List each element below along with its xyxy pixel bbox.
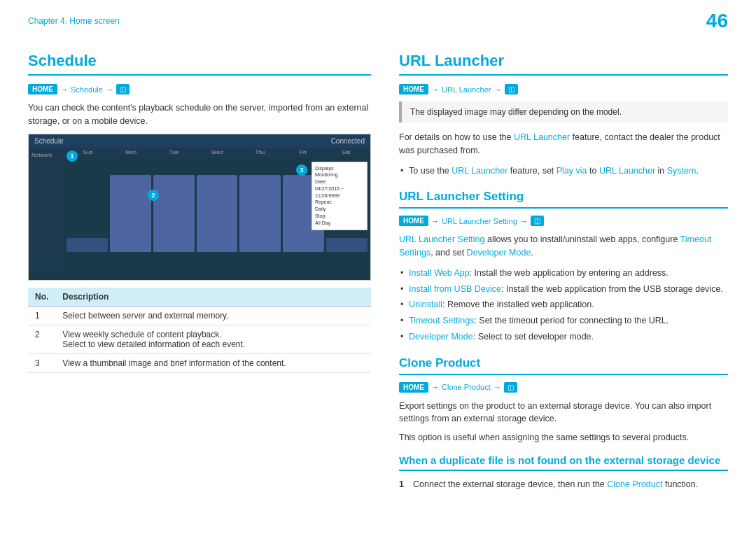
clone-product-body1: Export settings on the product to an ext… xyxy=(399,400,728,426)
schedule-arrow2: → xyxy=(106,85,113,94)
info-line-2: Monitoring xyxy=(315,171,364,178)
content-area: Schedule HOME → Schedule → ◫ You can che… xyxy=(0,38,756,510)
uninstall-link[interactable]: Uninstall xyxy=(409,300,442,309)
schedule-info-panel: Displays Monitoring Date: 04/27/2016 ~ 1… xyxy=(312,162,368,230)
bullet-install-web-app: Install Web App: Install the web applica… xyxy=(399,265,728,281)
play-via-link[interactable]: Play via xyxy=(556,166,587,176)
schedule-body: Network Sun Mon Tue Wed Thu Fri Sat xyxy=(29,148,370,267)
clone-product-breadcrumb-link[interactable]: Clone Product xyxy=(442,383,491,391)
url-launcher-setting-title: URL Launcher Setting xyxy=(399,190,728,209)
url-launcher-setting-breadcrumb: HOME → URL Launcher Setting → ◫ xyxy=(399,216,728,226)
clone-product-inline-link[interactable]: Clone Product xyxy=(607,479,662,489)
table-cell-desc-3: View a thumbnail image and brief informa… xyxy=(55,353,371,372)
schedule-topbar-right: Connected xyxy=(331,137,365,145)
duplicate-file-title: When a duplicate file is not found on th… xyxy=(399,454,728,471)
url-launcher-bullets: To use the URL Launcher feature, set Pla… xyxy=(399,163,728,179)
table-row: 1 Select between server and external mem… xyxy=(28,306,371,325)
clone-product-arrow2: → xyxy=(493,383,501,391)
developer-link[interactable]: Developer Mode xyxy=(409,332,473,342)
bullet-timeout: Timeout Settings: Set the timeout period… xyxy=(399,313,728,329)
url-launcher-breadcrumb-link[interactable]: URL Launcher xyxy=(442,85,491,94)
schedule-days: Sun Mon Tue Wed Thu Fri Sat xyxy=(64,148,370,157)
schedule-main: Sun Mon Tue Wed Thu Fri Sat 1 2 3 xyxy=(64,148,370,267)
bar-sat xyxy=(326,238,368,252)
chapter-label: Chapter 4. Home screen xyxy=(28,16,120,26)
bar-tue xyxy=(153,175,195,252)
info-line-9: All Day xyxy=(315,220,364,227)
duplicate-file-section: When a duplicate file is not found on th… xyxy=(399,454,728,491)
url-launcher-home-pill: HOME xyxy=(399,84,428,94)
install-web-app-link[interactable]: Install Web App xyxy=(409,268,470,278)
table-col-desc: Description xyxy=(55,288,371,307)
table-cell-desc-2: View weekly schedule of content playback… xyxy=(55,325,371,353)
url-launcher-arrow2: → xyxy=(494,85,502,94)
url-launcher-setting-link[interactable]: URL Launcher Setting xyxy=(399,234,485,244)
page-number: 46 xyxy=(706,10,728,32)
numbered-item-text: Connect the external storage device, the… xyxy=(413,478,698,491)
clone-product-title: Clone Product xyxy=(399,356,728,375)
schedule-arrow1: → xyxy=(60,85,68,94)
schedule-breadcrumb-link[interactable]: Schedule xyxy=(71,85,103,94)
bar-mon xyxy=(110,175,151,252)
url-launcher-arrow1: → xyxy=(431,85,439,94)
url-launcher-setting-breadcrumb-icon: ◫ xyxy=(531,216,544,226)
developer-mode-link[interactable]: Developer Mode xyxy=(467,248,531,258)
right-column: URL Launcher HOME → URL Launcher → ◫ The… xyxy=(399,52,728,496)
schedule-sidebar: Network xyxy=(29,148,64,267)
info-line-6: Repeat: xyxy=(315,199,364,206)
day-sat: Sat xyxy=(325,149,368,155)
bar-thu xyxy=(239,175,281,252)
schedule-body-text: You can check the content's playback sch… xyxy=(28,101,371,128)
bar-wed xyxy=(197,175,238,252)
url-launcher-setting-arrow2: → xyxy=(520,217,528,225)
left-column: Schedule HOME → Schedule → ◫ You can che… xyxy=(28,52,371,496)
day-thu: Thu xyxy=(239,149,281,155)
url-launcher-setting-breadcrumb-link[interactable]: URL Launcher Setting xyxy=(442,217,517,225)
bullet-developer: Developer Mode: Select to set developer … xyxy=(399,329,728,345)
url-launcher-title: URL Launcher xyxy=(399,52,728,76)
url-launcher-setting-bullets: Install Web App: Install the web applica… xyxy=(399,265,728,345)
url-launcher-setting-body: URL Launcher Setting allows you to insta… xyxy=(399,233,728,260)
day-fri: Fri xyxy=(281,149,324,155)
table-cell-no-1: 1 xyxy=(28,306,55,325)
bullet-uninstall: Uninstall: Remove the installed web appl… xyxy=(399,297,728,313)
schedule-table: No. Description 1 Select between server … xyxy=(28,288,371,373)
system-link[interactable]: System xyxy=(667,166,696,176)
url-launcher-setting-arrow1: → xyxy=(431,217,439,225)
install-usb-link[interactable]: Install from USB Device xyxy=(409,284,501,294)
clone-product-breadcrumb-icon: ◫ xyxy=(504,382,517,393)
clone-product-breadcrumb: HOME → Clone Product → ◫ xyxy=(399,382,728,393)
info-line-1: Displays xyxy=(315,165,364,172)
numbered-item-1: 1 Connect the external storage device, t… xyxy=(399,478,728,491)
schedule-topbar-left: Schedule xyxy=(34,137,64,145)
page-container: { "page": { "number": "46", "chapter_lab… xyxy=(0,0,756,534)
schedule-sidebar-network: Network xyxy=(31,150,61,160)
timeout-link[interactable]: Timeout Settings xyxy=(409,316,474,325)
schedule-image: Schedule Connected Network Sun Mon Tue W… xyxy=(28,134,371,281)
url-launcher-link2[interactable]: URL Launcher xyxy=(599,166,655,176)
url-launcher-body-link[interactable]: URL Launcher xyxy=(514,132,570,142)
day-tue: Tue xyxy=(153,149,195,155)
schedule-home-pill: HOME xyxy=(28,84,57,94)
table-row: 3 View a thumbnail image and brief infor… xyxy=(28,353,371,372)
info-line-3: Date: xyxy=(315,178,364,185)
table-cell-desc-1: Select between server and external memor… xyxy=(55,306,371,325)
top-bar: Chapter 4. Home screen 46 xyxy=(0,0,756,38)
table-cell-no-2: 2 xyxy=(28,325,55,353)
info-line-8: Stop: xyxy=(315,213,364,220)
url-launcher-breadcrumb-icon: ◫ xyxy=(505,84,518,94)
numbered-item-num: 1 xyxy=(399,478,409,491)
table-cell-desc-2-line2: Select to view detailed information of e… xyxy=(62,339,364,349)
bullet-install-usb: Install from USB Device: Install the web… xyxy=(399,281,728,297)
url-launcher-link1[interactable]: URL Launcher xyxy=(451,166,507,176)
url-launcher-breadcrumb: HOME → URL Launcher → ◫ xyxy=(399,84,728,94)
table-cell-no-3: 3 xyxy=(28,353,55,372)
url-launcher-info-box: The displayed image may differ depending… xyxy=(399,101,728,122)
badge-3: 3 xyxy=(296,164,307,176)
schedule-breadcrumb-icon: ◫ xyxy=(116,84,130,94)
schedule-breadcrumb: HOME → Schedule → ◫ xyxy=(28,84,371,94)
day-wed: Wed xyxy=(195,149,238,155)
table-cell-desc-2-line1: View weekly schedule of content playback… xyxy=(62,330,364,339)
badge-2: 2 xyxy=(148,190,159,201)
info-line-4: 04/27/2016 ~ xyxy=(315,185,364,192)
